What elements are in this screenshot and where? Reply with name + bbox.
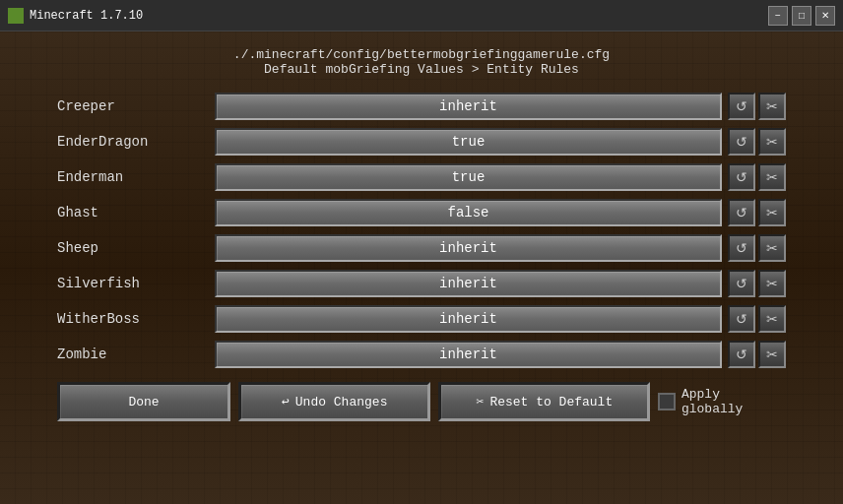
entity-reset-icon-creeper[interactable]: ↺ [728, 93, 755, 120]
entity-reset-icon-silverfish[interactable]: ↺ [728, 270, 755, 297]
entity-name-enderman: Enderman [57, 169, 215, 185]
entity-scissors-icon-creeper[interactable]: ✂ [758, 93, 786, 120]
entity-row-witherboss: WitherBossinherit↺✂ [57, 303, 786, 335]
entity-scissors-icon-sheep[interactable]: ✂ [758, 234, 786, 262]
config-subtitle: Default mobGriefing Values > Entity Rule… [233, 62, 610, 77]
title-bar-controls: − □ ✕ [768, 6, 835, 26]
entity-controls-ghast: ↺✂ [728, 199, 786, 226]
entity-controls-silverfish: ↺✂ [728, 270, 786, 297]
reset-label: Reset to Default [489, 395, 613, 410]
entity-row-enderman: Endermantrue↺✂ [57, 161, 786, 193]
done-button[interactable]: Done [57, 382, 230, 421]
entity-controls-witherboss: ↺✂ [728, 305, 786, 333]
main-content: ./.minecraft/config/bettermobgriefinggam… [0, 32, 843, 504]
entity-value-btn-ghast[interactable]: false [215, 199, 722, 226]
entity-controls-creeper: ↺✂ [728, 93, 786, 120]
entity-name-zombie: Zombie [57, 346, 215, 362]
app-icon [8, 8, 24, 24]
entity-reset-icon-enderman[interactable]: ↺ [728, 163, 755, 191]
entity-scissors-icon-enderman[interactable]: ✂ [758, 163, 786, 191]
entity-controls-sheep: ↺✂ [728, 234, 786, 262]
entity-value-btn-sheep[interactable]: inherit [215, 234, 722, 262]
entity-name-creeper: Creeper [57, 98, 215, 114]
entity-row-enderdragon: EnderDragontrue↺✂ [57, 126, 786, 158]
entity-controls-zombie: ↺✂ [728, 341, 786, 368]
entity-reset-icon-sheep[interactable]: ↺ [728, 234, 755, 262]
header: ./.minecraft/config/bettermobgriefinggam… [233, 47, 610, 77]
entity-reset-icon-ghast[interactable]: ↺ [728, 199, 755, 226]
entity-scissors-icon-enderdragon[interactable]: ✂ [758, 128, 786, 156]
bottom-bar: Done ↩ Undo Changes ✂ Reset to Default A… [57, 382, 786, 421]
entity-row-creeper: Creeperinherit↺✂ [57, 91, 786, 122]
entity-list: Creeperinherit↺✂EnderDragontrue↺✂Enderma… [57, 91, 786, 370]
entity-value-btn-enderdragon[interactable]: true [215, 128, 722, 156]
minimize-button[interactable]: − [768, 6, 788, 26]
apply-global-label: Apply globally [681, 387, 786, 416]
apply-global-checkbox[interactable] [658, 393, 676, 410]
apply-global-container: Apply globally [658, 387, 786, 416]
entity-name-enderdragon: EnderDragon [57, 134, 215, 150]
entity-reset-icon-witherboss[interactable]: ↺ [728, 305, 755, 333]
entity-scissors-icon-silverfish[interactable]: ✂ [758, 270, 786, 297]
entity-reset-icon-zombie[interactable]: ↺ [728, 341, 755, 368]
entity-row-ghast: Ghastfalse↺✂ [57, 197, 786, 228]
entity-value-btn-zombie[interactable]: inherit [215, 341, 722, 368]
entity-scissors-icon-ghast[interactable]: ✂ [758, 199, 786, 226]
entity-value-btn-witherboss[interactable]: inherit [215, 305, 722, 333]
entity-scissors-icon-witherboss[interactable]: ✂ [758, 305, 786, 333]
title-bar-text: Minecraft 1.7.10 [30, 9, 143, 23]
title-bar-left: Minecraft 1.7.10 [8, 8, 143, 24]
entity-row-zombie: Zombieinherit↺✂ [57, 339, 786, 370]
entity-name-silverfish: Silverfish [57, 276, 215, 291]
entity-name-witherboss: WitherBoss [57, 311, 215, 327]
entity-controls-enderman: ↺✂ [728, 163, 786, 191]
entity-value-btn-silverfish[interactable]: inherit [215, 270, 722, 297]
entity-name-sheep: Sheep [57, 240, 215, 256]
entity-name-ghast: Ghast [57, 205, 215, 220]
close-button[interactable]: ✕ [815, 6, 835, 26]
entity-reset-icon-enderdragon[interactable]: ↺ [728, 128, 755, 156]
done-label: Done [128, 395, 159, 410]
entity-value-btn-enderman[interactable]: true [215, 163, 722, 191]
config-path: ./.minecraft/config/bettermobgriefinggam… [233, 47, 610, 62]
reset-button[interactable]: ✂ Reset to Default [438, 382, 650, 421]
undo-icon: ↩ [282, 394, 290, 410]
undo-button[interactable]: ↩ Undo Changes [238, 382, 430, 421]
entity-row-silverfish: Silverfishinherit↺✂ [57, 268, 786, 299]
entity-controls-enderdragon: ↺✂ [728, 128, 786, 156]
title-bar: Minecraft 1.7.10 − □ ✕ [0, 0, 843, 32]
entity-row-sheep: Sheepinherit↺✂ [57, 232, 786, 264]
reset-icon: ✂ [477, 394, 485, 410]
maximize-button[interactable]: □ [792, 6, 811, 26]
undo-label: Undo Changes [295, 395, 388, 410]
entity-scissors-icon-zombie[interactable]: ✂ [758, 341, 786, 368]
entity-value-btn-creeper[interactable]: inherit [215, 93, 722, 120]
